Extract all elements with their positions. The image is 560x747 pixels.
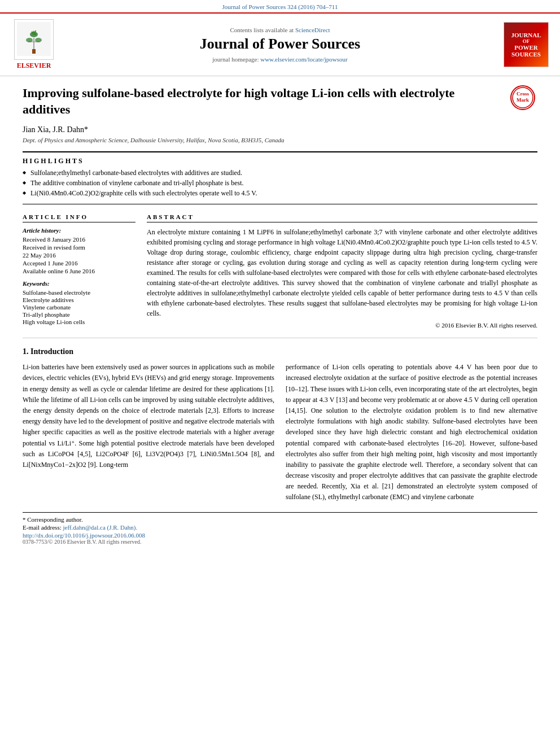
keyword-2: Electrolyte additives: [23, 296, 135, 303]
section-divider: [23, 338, 537, 338]
accepted-date: Accepted 1 June 2016: [23, 260, 135, 267]
journal-brand-logo: JOURNAL OF POWER SOURCES: [504, 22, 549, 67]
intro-section: Li-ion batteries have been extensively u…: [23, 362, 537, 503]
elsevier-logo: 🌿 ELSEVIER: [11, 19, 56, 70]
revised-date: 22 May 2016: [23, 252, 135, 259]
author-email-link[interactable]: jeff.dahn@dal.ca (J.R. Dahn).: [63, 524, 137, 531]
authors-text: Jian Xia, J.R. Dahn*: [23, 125, 88, 134]
svg-text:Mark: Mark: [517, 97, 529, 103]
homepage-prefix: journal homepage:: [212, 56, 259, 63]
email-label: E-mail address:: [23, 524, 62, 531]
crossmark-icon: Cross Mark: [510, 85, 535, 110]
elsevier-brand-label: ELSEVIER: [17, 62, 51, 70]
highlight-item-1: Sulfolane;ethylmethyl carbonate-based el…: [23, 169, 537, 177]
intro-col-left: Li-ion batteries have been extensively u…: [23, 362, 274, 503]
elsevier-tree-icon: 🌿: [14, 19, 54, 60]
crossmark-badge: Cross Mark: [510, 85, 537, 112]
main-content: Improving sulfolane-based electrolyte fo…: [0, 76, 560, 556]
affiliation-text: Dept. of Physics and Atmospheric Science…: [23, 137, 537, 143]
journal-header: 🌿 ELSEVIER Contents lists available at S…: [0, 12, 560, 76]
highlight-item-3: Li(Ni0.4Mn0.4Co0.2)O2/graphite cells wit…: [23, 189, 537, 198]
keyword-4: Tri-allyl phosphate: [23, 311, 135, 318]
copyright-text: © 2016 Elsevier B.V. All rights reserved…: [147, 322, 537, 329]
abstract-label: ABSTRACT: [147, 213, 537, 222]
article-title-block: Improving sulfolane-based electrolyte fo…: [23, 85, 537, 117]
svg-text:Cross: Cross: [517, 91, 529, 97]
article-info-abstract-section: ARTICLE INFO Article history: Received 8…: [23, 213, 537, 329]
journal-ref-text: Journal of Power Sources 324 (2016) 704–…: [222, 3, 338, 10]
keywords-label: Keywords:: [23, 280, 135, 287]
keyword-5: High voltage Li-ion cells: [23, 318, 135, 325]
doi-link[interactable]: http://dx.doi.org/10.1016/j.jpowsour.201…: [23, 532, 537, 539]
authors-line: Jian Xia, J.R. Dahn*: [23, 125, 537, 134]
article-info-column: ARTICLE INFO Article history: Received 8…: [23, 213, 135, 329]
highlights-section: HIGHLIGHTS Sulfolane;ethylmethyl carbona…: [23, 151, 537, 204]
highlights-title: HIGHLIGHTS: [23, 157, 537, 165]
svg-point-5: [35, 38, 42, 42]
homepage-link[interactable]: www.elsevier.com/locate/jpowsour: [260, 56, 347, 63]
issn-text: 0378-7753/© 2016 Elsevier B.V. All right…: [23, 539, 537, 545]
abstract-column: ABSTRACT An electrolyte mixture containi…: [147, 213, 537, 329]
highlight-item-2: The additive combination of vinylene car…: [23, 179, 537, 187]
intro-col-right: performance of Li-ion cells operating to…: [286, 362, 537, 503]
email-footnote: E-mail address: jeff.dahn@dal.ca (J.R. D…: [23, 524, 537, 531]
received-date: Received 8 January 2016: [23, 236, 135, 243]
journal-title: Journal of Power Sources: [56, 36, 504, 53]
keyword-1: Sulfolane-based electrolyte: [23, 289, 135, 296]
contents-available-text: Contents lists available at ScienceDirec…: [56, 27, 504, 33]
journal-reference: Journal of Power Sources 324 (2016) 704–…: [0, 0, 560, 12]
footnote-area: * Corresponding author. E-mail address: …: [23, 512, 537, 545]
svg-point-6: [30, 32, 38, 37]
abstract-text: An electrolyte mixture containing 1 M Li…: [147, 227, 537, 318]
svg-rect-7: [32, 49, 36, 54]
article-info-label: ARTICLE INFO: [23, 213, 135, 222]
keyword-3: Vinylene carbonate: [23, 304, 135, 311]
article-history-label: Article history:: [23, 227, 135, 234]
corresponding-author-note: * Corresponding author.: [23, 516, 537, 523]
intro-text-left: Li-ion batteries have been extensively u…: [23, 362, 274, 470]
svg-point-4: [26, 38, 33, 42]
homepage-line: journal homepage: www.elsevier.com/locat…: [56, 56, 504, 63]
revised-label: Received in revised form: [23, 244, 135, 251]
available-online-date: Available online 6 June 2016: [23, 268, 135, 274]
article-title-text: Improving sulfolane-based electrolyte fo…: [23, 86, 454, 116]
journal-header-center: Contents lists available at ScienceDirec…: [56, 27, 504, 63]
intro-text-right: performance of Li-ion cells operating to…: [286, 362, 537, 503]
sciencedirect-link[interactable]: ScienceDirect: [295, 27, 330, 33]
contents-prefix: Contents lists available at: [230, 27, 294, 33]
intro-section-heading: 1. Introduction: [23, 347, 537, 356]
brand-logo-text: JOURNAL OF POWER SOURCES: [511, 32, 541, 58]
